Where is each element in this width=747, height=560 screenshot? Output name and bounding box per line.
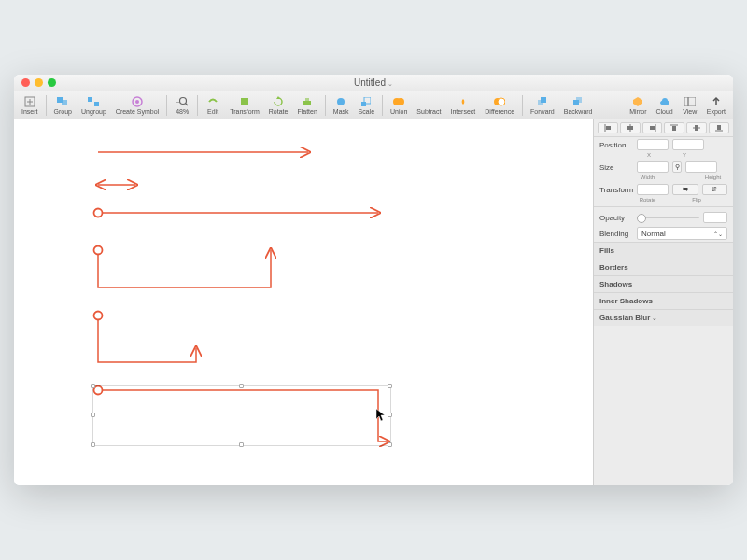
svg-point-17: [337, 98, 345, 105]
width-label: Width: [633, 175, 662, 180]
svg-point-21: [397, 98, 404, 105]
selection-handle[interactable]: [388, 384, 392, 388]
union-button[interactable]: Union: [387, 95, 411, 116]
align-center-h-button[interactable]: [620, 122, 641, 133]
group-button[interactable]: Group: [50, 95, 76, 116]
flip-h-button[interactable]: ⇋: [672, 184, 698, 195]
opacity-slider[interactable]: [637, 217, 699, 218]
align-center-v-button[interactable]: [686, 122, 707, 133]
svg-line-11: [186, 103, 189, 105]
edit-icon: [206, 96, 219, 107]
view-button[interactable]: View: [679, 95, 701, 116]
intersect-button[interactable]: Intersect: [446, 95, 479, 116]
transform-button[interactable]: Transform: [226, 95, 263, 116]
align-right-button[interactable]: [642, 122, 663, 133]
cursor-icon: [376, 409, 386, 422]
symbol-icon: [131, 96, 144, 107]
position-label: Position: [599, 141, 633, 149]
cloud-icon: [658, 96, 671, 107]
x-label: X: [633, 152, 665, 158]
subtract-button[interactable]: Subtract: [413, 95, 444, 116]
group-icon: [56, 96, 69, 107]
scale-icon: [359, 96, 373, 107]
align-left-button[interactable]: [598, 122, 618, 133]
mirror-button[interactable]: Mirror: [626, 95, 650, 116]
cloud-button[interactable]: Cloud: [652, 95, 676, 116]
inspector-panel: Position XY Size⚲ WidthHeight Transform⇋…: [593, 119, 733, 485]
width-input[interactable]: [637, 161, 669, 173]
backward-button[interactable]: Backward: [560, 95, 597, 116]
ungroup-button[interactable]: Ungroup: [78, 95, 110, 116]
svg-rect-44: [650, 126, 655, 130]
window-title: Untitled⌄: [14, 77, 733, 88]
selection-handle[interactable]: [91, 413, 95, 417]
svg-rect-42: [627, 126, 633, 130]
svg-rect-32: [684, 97, 688, 106]
opacity-input[interactable]: [703, 212, 727, 223]
selection-handle[interactable]: [239, 384, 244, 388]
scale-button[interactable]: Scale: [355, 95, 379, 116]
svg-rect-5: [88, 97, 92, 102]
shadows-section[interactable]: Shadows: [594, 275, 733, 292]
align-top-button[interactable]: [664, 122, 684, 133]
mask-icon: [334, 96, 347, 107]
svg-rect-46: [672, 126, 676, 131]
svg-rect-26: [538, 100, 543, 105]
flip-label: Flip: [666, 197, 727, 203]
rotate-icon: [272, 96, 285, 107]
svg-rect-16: [305, 98, 309, 102]
y-label: Y: [669, 152, 700, 158]
create-symbol-button[interactable]: Create Symbol: [112, 95, 162, 116]
svg-rect-33: [688, 97, 696, 106]
selection-handle[interactable]: [388, 413, 392, 417]
height-label: Height: [698, 175, 727, 180]
mask-button[interactable]: Mask: [330, 95, 353, 116]
zoom-control[interactable]: −+48%: [171, 95, 193, 116]
selection-box[interactable]: [92, 385, 391, 446]
difference-icon: [493, 96, 506, 107]
difference-button[interactable]: Difference: [481, 95, 518, 116]
insert-button[interactable]: Insert: [18, 95, 42, 116]
fills-section[interactable]: Fills: [594, 242, 733, 259]
plus-icon: [23, 96, 36, 107]
height-input[interactable]: [685, 161, 717, 173]
svg-rect-48: [695, 125, 698, 131]
align-bottom-button[interactable]: [709, 122, 729, 133]
view-icon: [684, 96, 697, 107]
export-button[interactable]: Export: [703, 95, 729, 116]
size-label: Size: [599, 163, 633, 172]
svg-rect-13: [241, 98, 248, 105]
rotate-label: Rotate: [633, 197, 662, 203]
lock-icon[interactable]: ⚲: [672, 161, 682, 173]
rotate-button[interactable]: Rotate: [265, 95, 292, 116]
selection-handle[interactable]: [91, 442, 95, 447]
svg-rect-6: [94, 102, 99, 106]
canvas[interactable]: [14, 119, 593, 485]
inner-shadows-section[interactable]: Inner Shadows: [594, 292, 733, 309]
union-icon: [392, 96, 405, 107]
blending-select[interactable]: Normal⌃⌄: [637, 227, 727, 240]
svg-point-31: [662, 98, 668, 104]
selection-handle[interactable]: [388, 442, 392, 447]
svg-marker-29: [633, 97, 642, 106]
titlebar[interactable]: Untitled⌄: [14, 75, 733, 91]
chevron-down-icon[interactable]: ⌄: [388, 80, 393, 87]
selection-handle[interactable]: [91, 384, 95, 388]
svg-point-8: [135, 100, 139, 104]
flatten-button[interactable]: Flatten: [293, 95, 320, 116]
gaussian-blur-section[interactable]: Gaussian Blur ⌄: [594, 309, 733, 326]
flip-v-button[interactable]: ⇵: [702, 184, 728, 195]
edit-button[interactable]: Edit: [202, 95, 224, 116]
selection-handle[interactable]: [239, 442, 244, 447]
mirror-icon: [631, 96, 644, 107]
svg-rect-40: [606, 126, 611, 130]
svg-point-10: [180, 97, 187, 104]
borders-section[interactable]: Borders: [594, 259, 733, 275]
position-x-input[interactable]: [637, 139, 669, 150]
svg-rect-50: [717, 125, 721, 130]
rotate-input[interactable]: [637, 184, 669, 195]
svg-rect-28: [576, 97, 582, 103]
forward-button[interactable]: Forward: [527, 95, 558, 116]
flatten-icon: [301, 96, 314, 107]
position-y-input[interactable]: [672, 139, 704, 150]
